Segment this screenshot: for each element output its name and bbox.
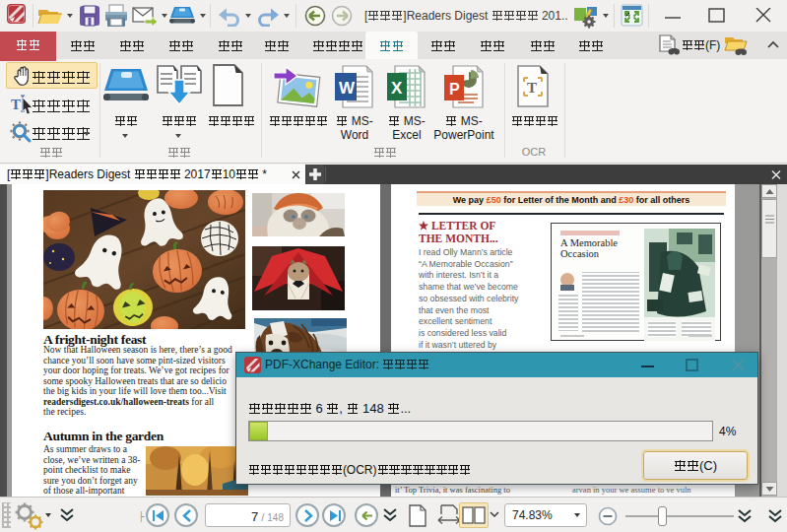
svg-text:Occasion: Occasion [560, 248, 600, 259]
svg-text:T: T [11, 97, 21, 112]
svg-text:P: P [449, 81, 460, 98]
svg-text:A Memorable: A Memorable [560, 237, 618, 248]
svg-text:W: W [339, 79, 356, 98]
svg-text:T: T [527, 80, 537, 96]
svg-text:X: X [391, 79, 403, 98]
